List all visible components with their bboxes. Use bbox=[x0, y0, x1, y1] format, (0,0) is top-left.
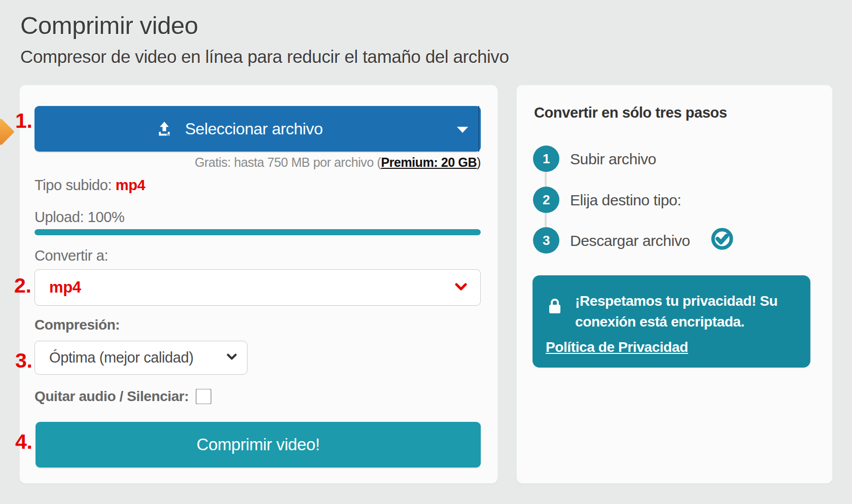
select-file-button[interactable]: Seleccionar archivo bbox=[34, 106, 481, 152]
step-2-badge: 2 bbox=[533, 187, 559, 213]
convert-to-label: Convertir a: bbox=[34, 247, 108, 264]
step-3-badge: 3 bbox=[533, 227, 559, 254]
annotation-step-2: 2. bbox=[14, 274, 31, 298]
step-1-badge: 1 bbox=[533, 146, 559, 172]
compress-video-button[interactable]: Comprimir video! bbox=[36, 422, 481, 467]
select-file-button-label: Seleccionar archivo bbox=[185, 120, 323, 138]
file-size-limit-note: Gratis: hasta 750 MB por archivo (Premiu… bbox=[34, 155, 481, 170]
uploaded-type-row: Tipo subido: mp4 bbox=[34, 177, 145, 194]
step-2-label: Elija destino tipo: bbox=[570, 192, 681, 209]
page-title: Comprimir video bbox=[20, 11, 198, 40]
premium-limit-link[interactable]: Premium: 20 GB bbox=[381, 155, 477, 169]
upload-progress-fill bbox=[34, 229, 481, 235]
upload-icon bbox=[156, 120, 173, 137]
compression-select[interactable]: Óptima (mejor calidad) bbox=[34, 341, 247, 375]
upload-progress-label: Upload: 100% bbox=[34, 209, 124, 226]
orange-pointer-arrow-icon bbox=[0, 118, 15, 146]
step-1-label: Subir archivo bbox=[570, 151, 656, 168]
annotation-step-1: 1. bbox=[15, 109, 32, 133]
annotation-step-3: 3. bbox=[15, 349, 32, 373]
privacy-message: ¡Respetamos tu privacidad! Su conexión e… bbox=[575, 291, 793, 332]
compression-value: Óptima (mejor calidad) bbox=[49, 349, 194, 366]
step-1-number: 1 bbox=[543, 151, 550, 167]
convert-format-select[interactable]: mp4 bbox=[34, 269, 481, 306]
steps-panel-title: Convertir en sólo tres pasos bbox=[534, 104, 727, 121]
mute-checkbox[interactable] bbox=[196, 389, 211, 405]
convert-format-value: mp4 bbox=[49, 278, 81, 297]
check-circle-icon bbox=[711, 228, 733, 250]
chevron-down-icon bbox=[455, 283, 467, 291]
chevron-down-icon bbox=[227, 353, 237, 361]
limit-note-text: Gratis: hasta 750 MB por archivo ( bbox=[195, 155, 381, 169]
uploaded-type-label: Tipo subido: bbox=[34, 177, 116, 193]
page-subtitle: Compresor de video en línea para reducir… bbox=[20, 47, 509, 67]
mute-label: Quitar audio / Silenciar: bbox=[34, 388, 189, 405]
compress-video-button-label: Comprimir video! bbox=[197, 435, 320, 454]
mute-option-row: Quitar audio / Silenciar: bbox=[34, 388, 209, 405]
lock-icon bbox=[548, 298, 562, 315]
step-3-number: 3 bbox=[543, 233, 550, 248]
privacy-notice: ¡Respetamos tu privacidad! Su conexión e… bbox=[532, 275, 810, 368]
chevron-down-icon bbox=[457, 127, 468, 133]
step-2-number: 2 bbox=[543, 192, 550, 208]
compression-label: Compresión: bbox=[34, 317, 120, 333]
compress-video-page: Comprimir video Compresor de video en lí… bbox=[0, 0, 852, 504]
step-3-label: Descargar archivo bbox=[570, 232, 690, 249]
upload-progress-bar bbox=[34, 229, 481, 235]
annotation-step-4: 4. bbox=[15, 430, 32, 454]
uploaded-type-value: mp4 bbox=[116, 177, 145, 193]
privacy-policy-link[interactable]: Política de Privacidad bbox=[546, 339, 688, 355]
